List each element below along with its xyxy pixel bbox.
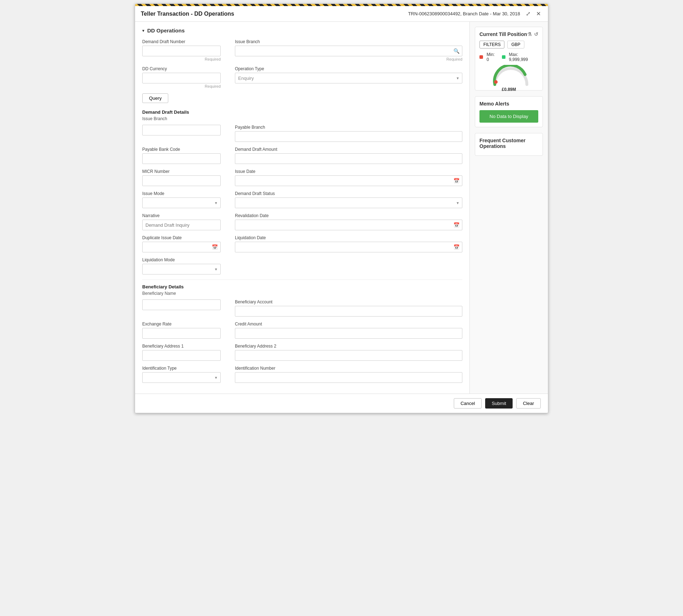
beneficiary-details-title: Beneficiary Details (142, 284, 462, 289)
clear-button[interactable]: Clear (516, 398, 541, 409)
micr-number-input[interactable] (142, 175, 221, 186)
operation-type-select[interactable]: Enquiry (235, 73, 462, 83)
exchange-rate-group: Exchange Rate (142, 322, 221, 339)
issue-branch-input[interactable] (235, 46, 462, 56)
max-dot (502, 55, 505, 59)
issue-branch-input-wrapper: 🔍 (235, 46, 462, 56)
identification-number-input[interactable] (235, 372, 462, 383)
narrative-input[interactable] (142, 220, 221, 230)
demand-draft-number-input[interactable] (142, 46, 221, 56)
resize-button[interactable]: ⤢ (524, 10, 532, 18)
beneficiary-address2-group: Beneficiary Address 2 (235, 344, 462, 361)
row-2: DD Currency Required Operation Type Enqu… (142, 66, 462, 88)
credit-amount-input[interactable] (235, 328, 462, 339)
duplicate-issue-date-input[interactable] (142, 242, 221, 252)
empty-right-9 (235, 257, 462, 274)
issue-mode-select-wrapper (142, 197, 221, 208)
beneficiary-address2-input[interactable] (235, 350, 462, 361)
identification-number-group: Identification Number (235, 366, 462, 383)
row-6: Issue Mode Demand Draft Status (142, 191, 462, 208)
beneficiary-name-sublabel: Beneficiary Name (142, 291, 462, 296)
refresh-icon[interactable]: ↺ (534, 31, 538, 37)
window-controls: ⤢ ✕ (524, 10, 542, 18)
liquidation-mode-select[interactable] (142, 264, 221, 274)
payable-bank-code-input[interactable] (142, 153, 221, 164)
row-10: Beneficiary Account (142, 299, 462, 317)
operation-type-group: Operation Type Enquiry (235, 66, 462, 88)
filter-icon[interactable]: ⚗ (527, 31, 532, 37)
demand-draft-status-group: Demand Draft Status (235, 191, 462, 208)
liquidation-calendar-icon[interactable]: 📅 (453, 244, 459, 250)
gauge-container: £0.89M (491, 65, 527, 84)
narrative-label: Narrative (142, 213, 221, 218)
beneficiary-address2-label: Beneficiary Address 2 (235, 344, 462, 349)
memo-alerts-panel: Memo Alerts No Data to Display (475, 96, 543, 127)
row-12: Beneficiary Address 1 Beneficiary Addres… (142, 344, 462, 361)
revalidation-date-group: Revalidation Date 📅 (235, 213, 462, 230)
issue-mode-select[interactable] (142, 197, 221, 208)
query-button[interactable]: Query (142, 93, 168, 103)
beneficiary-details-section: Beneficiary Details Beneficiary Name (142, 284, 462, 296)
operation-type-select-wrapper: Enquiry (235, 73, 462, 83)
liquidation-date-wrapper: 📅 (235, 242, 462, 252)
current-till-title: Current Till Position ⚗ ↺ (479, 31, 538, 37)
issue-branch-required: Required (235, 57, 462, 61)
beneficiary-address1-group: Beneficiary Address 1 (142, 344, 221, 361)
title-bar: Teller Transaction - DD Operations TRN-0… (135, 6, 548, 22)
close-button[interactable]: ✕ (535, 10, 542, 18)
beneficiary-name-input[interactable] (142, 299, 221, 310)
issue-branch-label: Issue Branch (235, 39, 462, 44)
demand-draft-details-section: Demand Draft Details Issue Branch (142, 109, 462, 121)
collapse-icon[interactable]: ▾ (142, 28, 144, 33)
cancel-button[interactable]: Cancel (454, 398, 482, 409)
duplicate-calendar-icon[interactable]: 📅 (212, 244, 218, 250)
liquidation-date-input[interactable] (235, 242, 462, 252)
exchange-rate-input[interactable] (142, 328, 221, 339)
payable-bank-code-group: Payable Bank Code (142, 147, 221, 164)
demand-draft-status-select-wrapper (235, 197, 462, 208)
frequent-ops-panel: Frequent Customer Operations (475, 133, 543, 156)
window-title: Teller Transaction - DD Operations (141, 11, 234, 17)
payable-branch-input[interactable] (235, 131, 462, 142)
demand-draft-amount-group: Demand Draft Amount (235, 147, 462, 164)
dd-currency-group: DD Currency Required (142, 66, 221, 88)
revalidation-date-wrapper: 📅 (235, 220, 462, 230)
row-13: Identification Type Identification Numbe… (142, 366, 462, 383)
micr-number-group: MICR Number (142, 169, 221, 186)
identification-type-select[interactable] (142, 372, 221, 383)
gbp-button[interactable]: GBP (507, 41, 524, 48)
issue-branch-detail-input[interactable] (142, 125, 221, 135)
beneficiary-account-input[interactable] (235, 306, 462, 317)
search-icon[interactable]: 🔍 (453, 48, 459, 54)
demand-draft-details-title: Demand Draft Details (142, 109, 462, 115)
submit-button[interactable]: Submit (485, 398, 512, 409)
row-4: Payable Bank Code Demand Draft Amount (142, 147, 462, 164)
filters-button[interactable]: FILTERS (479, 41, 504, 48)
main-form: ▾ DD Operations Demand Draft Number Requ… (135, 22, 469, 394)
duplicate-issue-date-group: Duplicate Issue Date 📅 (142, 235, 221, 252)
row-1: Demand Draft Number Required Issue Branc… (142, 39, 462, 61)
filter-buttons: FILTERS GBP (479, 41, 538, 48)
micr-number-label: MICR Number (142, 169, 221, 174)
min-label: Min: 0 (487, 52, 498, 62)
demand-draft-status-select[interactable] (235, 197, 462, 208)
memo-alerts-title: Memo Alerts (479, 101, 538, 107)
demand-draft-status-label: Demand Draft Status (235, 191, 462, 196)
revalidation-calendar-icon[interactable]: 📅 (453, 222, 459, 228)
demand-draft-amount-input[interactable] (235, 153, 462, 164)
row-9: Liquidation Mode (142, 257, 462, 274)
revalidation-date-input[interactable] (235, 220, 462, 230)
liquidation-date-label: Liquidation Date (235, 235, 462, 240)
beneficiary-address1-input[interactable] (142, 350, 221, 361)
duplicate-issue-date-label: Duplicate Issue Date (142, 235, 221, 240)
dd-currency-input[interactable] (142, 73, 221, 83)
issue-date-group: Issue Date 📅 (235, 169, 462, 186)
section-header: ▾ DD Operations (142, 27, 462, 34)
issue-mode-label: Issue Mode (142, 191, 221, 196)
identification-type-group: Identification Type (142, 366, 221, 383)
frequent-ops-title: Frequent Customer Operations (479, 138, 538, 149)
calendar-icon[interactable]: 📅 (453, 178, 459, 184)
payable-bank-code-label: Payable Bank Code (142, 147, 221, 152)
issue-date-input[interactable] (235, 175, 462, 186)
payable-branch-label: Payable Branch (235, 125, 462, 130)
